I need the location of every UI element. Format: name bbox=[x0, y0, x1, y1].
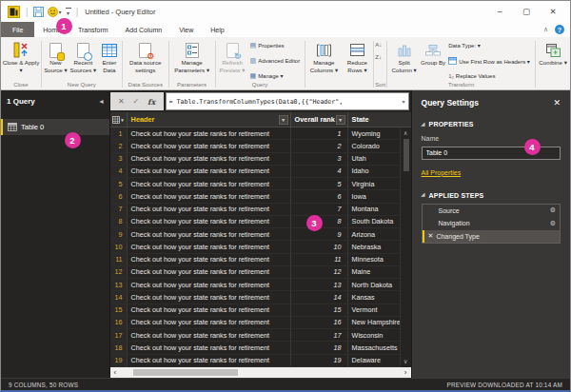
delete-step-icon[interactable]: ✕ bbox=[428, 232, 434, 240]
table-row[interactable]: 1Check out how your state ranks for reti… bbox=[110, 127, 411, 140]
manage-columns-button[interactable]: Manage Columns ▾ bbox=[305, 39, 342, 74]
scroll-down-icon[interactable]: ∨ bbox=[404, 358, 408, 365]
sort-descending-icon[interactable]: Z↓ bbox=[375, 54, 382, 61]
header-cell[interactable]: Check out how your state ranks for retir… bbox=[128, 355, 291, 366]
maximize-button[interactable]: ▢ bbox=[513, 2, 540, 21]
row-number-cell[interactable]: 1 bbox=[110, 127, 128, 139]
row-number-cell[interactable]: 10 bbox=[110, 241, 128, 252]
vertical-scrollbar[interactable]: ∧ ∨ bbox=[400, 127, 411, 367]
gear-icon[interactable]: ⚙ bbox=[550, 206, 556, 214]
row-number-cell[interactable]: 15 bbox=[110, 304, 128, 316]
row-number-cell[interactable]: 16 bbox=[110, 317, 128, 328]
header-cell[interactable]: Check out how your state ranks for retir… bbox=[128, 204, 291, 215]
filter-button-overall-rank[interactable]: ▾ bbox=[336, 115, 345, 125]
row-number-cell[interactable]: 12 bbox=[110, 266, 128, 278]
scroll-left-icon[interactable]: ‹ bbox=[114, 367, 117, 378]
tab-view[interactable]: View bbox=[170, 22, 202, 37]
save-button[interactable] bbox=[33, 7, 44, 17]
table-row[interactable]: 10Check out how your state ranks for ret… bbox=[110, 241, 411, 253]
header-cell[interactable]: Check out how your state ranks for retir… bbox=[128, 216, 291, 227]
overall-rank-cell[interactable]: 16 bbox=[291, 317, 348, 328]
row-number-cell[interactable]: 19 bbox=[110, 355, 128, 366]
header-cell[interactable]: Check out how your state ranks for retir… bbox=[128, 266, 291, 278]
collapse-ribbon-icon[interactable]: ∧ bbox=[543, 26, 548, 33]
row-number-cell[interactable]: 13 bbox=[110, 279, 128, 290]
replace-values-button[interactable]: 1₂Replace Values bbox=[448, 73, 532, 79]
header-cell[interactable]: Check out how your state ranks for retir… bbox=[128, 304, 291, 316]
table-row[interactable]: 15Check out how your state ranks for ret… bbox=[110, 304, 411, 317]
scroll-right-icon[interactable]: › bbox=[404, 367, 407, 378]
manage-button[interactable]: ▦Manage ▾ bbox=[250, 72, 302, 79]
gear-icon[interactable]: ⚙ bbox=[550, 220, 556, 227]
reduce-rows-button[interactable]: Reduce Rows ▾ bbox=[342, 39, 372, 74]
tab-add-column[interactable]: Add Column bbox=[117, 22, 171, 37]
enter-data-button[interactable]: Enter Data bbox=[98, 39, 121, 74]
overall-rank-cell[interactable]: 5 bbox=[291, 178, 348, 189]
table-row[interactable]: 18Check out how your state ranks for ret… bbox=[110, 342, 411, 354]
advanced-editor-button[interactable]: ▥Advanced Editor bbox=[250, 57, 302, 64]
scroll-up-icon[interactable]: ∧ bbox=[404, 129, 408, 137]
header-cell[interactable]: Check out how your state ranks for retir… bbox=[128, 166, 291, 177]
minimize-button[interactable]: – bbox=[486, 2, 513, 21]
row-number-cell[interactable]: 17 bbox=[110, 329, 128, 341]
manage-parameters-button[interactable]: Manage Parameters ▾ bbox=[170, 39, 214, 74]
overall-rank-cell[interactable]: 11 bbox=[291, 254, 348, 265]
header-cell[interactable]: Check out how your state ranks for retir… bbox=[128, 228, 291, 240]
vertical-scroll-thumb[interactable] bbox=[404, 139, 409, 171]
formula-input[interactable]: = Table.TransformColumnTypes(Data0,{{"He… bbox=[166, 92, 409, 110]
tab-transform[interactable]: Transform bbox=[69, 22, 117, 37]
close-button[interactable]: ✕ bbox=[540, 2, 566, 21]
row-number-cell[interactable]: 6 bbox=[110, 190, 128, 202]
header-cell[interactable]: Check out how your state ranks for retir… bbox=[128, 178, 291, 189]
table-row[interactable]: 17Check out how your state ranks for ret… bbox=[110, 329, 411, 342]
overall-rank-cell[interactable]: 13 bbox=[291, 279, 348, 290]
row-number-cell[interactable]: 2 bbox=[110, 140, 128, 151]
refresh-preview-button[interactable]: ↻ Refresh Preview ▾ bbox=[217, 39, 248, 74]
sort-ascending-icon[interactable]: A↓ bbox=[375, 42, 382, 49]
properties-button[interactable]: ▤Properties bbox=[250, 42, 302, 49]
help-icon[interactable]: ? bbox=[555, 25, 564, 34]
header-cell[interactable]: Check out how your state ranks for retir… bbox=[128, 127, 291, 139]
header-cell[interactable]: Check out how your state ranks for retir… bbox=[128, 342, 291, 353]
table-row[interactable]: 13Check out how your state ranks for ret… bbox=[110, 279, 411, 291]
overall-rank-cell[interactable]: 3 bbox=[291, 153, 348, 165]
table-row[interactable]: 7Check out how your state ranks for reti… bbox=[110, 204, 411, 216]
header-cell[interactable]: Check out how your state ranks for retir… bbox=[128, 190, 291, 202]
row-number-cell[interactable]: 14 bbox=[110, 291, 128, 303]
row-number-cell[interactable]: 3 bbox=[110, 153, 128, 165]
overall-rank-cell[interactable]: 14 bbox=[291, 291, 348, 303]
data-type-button[interactable]: Data Type: ▾ bbox=[448, 42, 532, 49]
formula-expand-icon[interactable]: ▾ bbox=[403, 98, 405, 105]
column-header-state[interactable]: State bbox=[348, 112, 411, 127]
row-number-cell[interactable]: 11 bbox=[110, 254, 128, 265]
formula-cancel-icon[interactable]: ✕ bbox=[118, 97, 125, 106]
column-header-header[interactable]: Header ▾ bbox=[128, 112, 291, 127]
overall-rank-cell[interactable]: 9 bbox=[291, 228, 348, 240]
overall-rank-cell[interactable]: 18 bbox=[291, 342, 348, 353]
table-row[interactable]: 4Check out how your state ranks for reti… bbox=[110, 166, 411, 178]
applied-steps-section-header[interactable]: ◢ APPLIED STEPS bbox=[422, 192, 561, 199]
horizontal-scroll-thumb[interactable] bbox=[133, 369, 238, 376]
row-number-cell[interactable]: 7 bbox=[110, 204, 128, 215]
overall-rank-cell[interactable]: 12 bbox=[291, 266, 348, 278]
header-cell[interactable]: Check out how your state ranks for retir… bbox=[128, 140, 291, 151]
recent-sources-button[interactable]: Recent Sources ▾ bbox=[69, 39, 98, 74]
feedback-smiley-button[interactable]: ▾ bbox=[48, 7, 62, 17]
row-number-cell[interactable]: 18 bbox=[110, 342, 128, 353]
applied-step-navigation[interactable]: Navigation⚙ bbox=[423, 217, 560, 230]
header-cell[interactable]: Check out how your state ranks for retir… bbox=[128, 241, 291, 252]
properties-section-header[interactable]: ◢ PROPERTIES bbox=[422, 121, 561, 127]
overall-rank-cell[interactable]: 7 bbox=[291, 204, 348, 215]
filter-button-header[interactable]: ▾ bbox=[279, 115, 288, 125]
table-row[interactable]: 11Check out how your state ranks for ret… bbox=[110, 254, 411, 266]
query-item-table0[interactable]: Table 0 bbox=[1, 119, 109, 135]
header-cell[interactable]: Check out how your state ranks for retir… bbox=[128, 329, 291, 341]
table-row[interactable]: 5Check out how your state ranks for reti… bbox=[110, 178, 411, 190]
formula-accept-icon[interactable]: ✓ bbox=[132, 97, 139, 106]
table-row[interactable]: 12Check out how your state ranks for ret… bbox=[110, 266, 411, 279]
table-row[interactable]: 16Check out how your state ranks for ret… bbox=[110, 317, 411, 329]
overall-rank-cell[interactable]: 4 bbox=[291, 166, 348, 177]
table-row[interactable]: 14Check out how your state ranks for ret… bbox=[110, 291, 411, 304]
applied-step-source[interactable]: Source⚙ bbox=[423, 205, 560, 218]
tab-help[interactable]: Help bbox=[202, 22, 232, 37]
